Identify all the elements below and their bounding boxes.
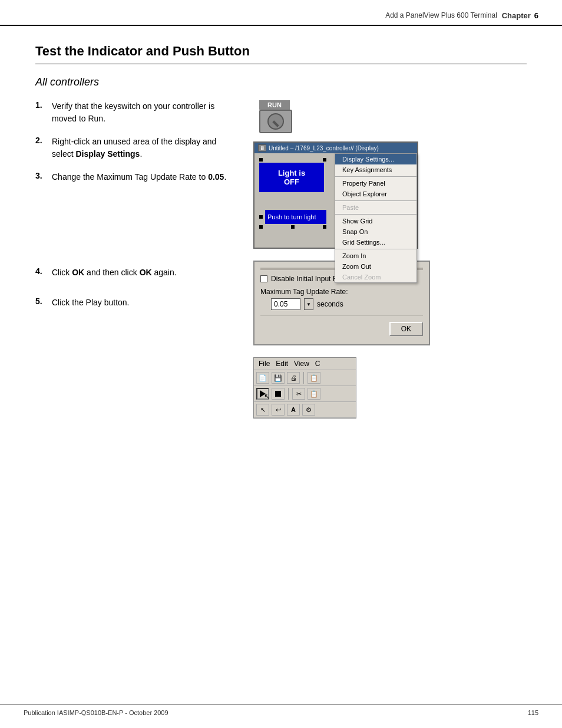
settings-field-row: ▼ seconds xyxy=(271,298,423,310)
tb-paste-btn2[interactable]: 📋 xyxy=(308,388,320,400)
tb-sep-2 xyxy=(288,388,289,400)
step-5-number: 5. xyxy=(35,297,47,309)
tb-sep-1 xyxy=(303,372,304,384)
display-window: 🖥 Untitled – /1769_L23_controller// (Dis… xyxy=(253,141,418,249)
tb-save-btn[interactable]: 💾 xyxy=(272,372,285,384)
step-5: 5. Click the Play button. xyxy=(35,297,236,309)
handle-br3 xyxy=(323,225,326,229)
toolbar-menubar: File Edit View C xyxy=(254,358,356,370)
dialog-separator xyxy=(260,315,423,316)
tb-copy-btn[interactable]: 📋 xyxy=(308,372,320,384)
mid-left: 4. Click OK and then click OK again. 5. … xyxy=(35,261,236,419)
tb-text-btn[interactable]: A xyxy=(287,404,300,416)
rate-input[interactable] xyxy=(271,298,300,310)
menu-item-snap-on[interactable]: Snap On xyxy=(335,226,416,237)
seconds-label: seconds xyxy=(317,300,343,308)
step-4-number: 4. xyxy=(35,266,47,279)
publication-info: Publication IASIMP-QS010B-EN-P - October… xyxy=(24,709,168,716)
toolbar-window: File Edit View C 📄 💾 🖨 📋 xyxy=(253,357,356,419)
run-icon-container: RUN xyxy=(259,100,527,133)
disable-focus-checkbox[interactable] xyxy=(260,275,267,282)
menu-item-zoom-out[interactable]: Zoom Out xyxy=(335,261,416,272)
light-label-2: OFF xyxy=(264,177,319,186)
toolbar-row-2: ↖ ✂ 📋 xyxy=(254,386,356,402)
display-titlebar: 🖥 Untitled – /1769_L23_controller// (Dis… xyxy=(254,143,417,153)
step-5-text: Click the Play button. xyxy=(52,297,130,309)
chapter-number: 6 xyxy=(534,11,538,20)
run-label: RUN xyxy=(259,100,292,133)
steps-left: 1. Verify that the keyswitch on your con… xyxy=(35,100,236,249)
sub-title: All controllers xyxy=(35,76,527,88)
menu-view[interactable]: View xyxy=(294,360,309,368)
dialog-btn-row: OK xyxy=(260,319,423,338)
mid-right: Disable Initial Input Focus Maximum Tag … xyxy=(253,261,527,419)
menu-item-property-panel[interactable]: Property Panel xyxy=(335,178,416,189)
context-menu: Display Settings... Key Assignments Prop… xyxy=(335,153,417,283)
page-footer: Publication IASIMP-QS010B-EN-P - October… xyxy=(0,704,562,716)
step-2: 2. Right-click an unused area of the dis… xyxy=(35,136,236,160)
toolbar-row-1: 📄 💾 🖨 📋 xyxy=(254,370,356,386)
step-3-number: 3. xyxy=(35,171,47,183)
step-4-text: Click OK and then click OK again. xyxy=(52,266,177,279)
step-1: 1. Verify that the keyswitch on your con… xyxy=(35,100,236,125)
ok-button[interactable]: OK xyxy=(389,322,423,336)
stop-button[interactable] xyxy=(272,388,285,400)
page-content: Test the Indicator and Push Button All c… xyxy=(0,26,562,436)
menu-file[interactable]: File xyxy=(259,360,270,368)
stop-icon xyxy=(275,391,281,397)
step-2-text: Right-click an unused area of the displa… xyxy=(52,136,236,160)
menu-sep-2 xyxy=(335,200,416,201)
menu-item-object-explorer[interactable]: Object Explorer xyxy=(335,189,416,199)
tb-cut-btn[interactable]: ✂ xyxy=(292,388,305,400)
step-2-number: 2. xyxy=(35,136,47,160)
chapter-label: Chapter xyxy=(502,11,531,20)
cursor-icon: ↖ xyxy=(264,392,270,401)
tb-link-btn[interactable]: ⚙ xyxy=(302,404,315,416)
menu-item-display-settings[interactable]: Display Settings... xyxy=(335,154,416,164)
step-4: 4. Click OK and then click OK again. xyxy=(35,266,236,279)
toolbar-row-3: ↖ ↩ A ⚙ xyxy=(254,402,356,418)
tb-undo-btn[interactable]: ↩ xyxy=(272,404,285,416)
menu-sep-4 xyxy=(335,249,416,249)
menu-item-zoom-in[interactable]: Zoom In xyxy=(335,251,416,261)
light-off-button: Light is OFF xyxy=(259,163,324,192)
menu-more[interactable]: C xyxy=(315,360,320,368)
display-left: Light is OFF Push to turn light xyxy=(254,153,331,248)
menu-item-cancel-zoom: Cancel Zoom xyxy=(335,272,416,282)
rate-label: Maximum Tag Update Rate: xyxy=(260,288,423,296)
display-body: Light is OFF Push to turn light xyxy=(254,153,417,248)
step-1-text: Verify that the keyswitch on your contro… xyxy=(52,100,236,125)
menu-item-paste: Paste xyxy=(335,202,416,213)
mid-section: 4. Click OK and then click OK again. 5. … xyxy=(35,261,527,419)
step-3-text: Change the Maximum Tag Update Rate to 0.… xyxy=(52,171,226,183)
menu-item-show-grid[interactable]: Show Grid xyxy=(335,216,416,226)
menu-item-key-assignments[interactable]: Key Assignments xyxy=(335,164,416,175)
handle-tc xyxy=(323,158,326,162)
breadcrumb: Add a PanelView Plus 600 Terminal xyxy=(385,11,497,19)
step-1-number: 1. xyxy=(35,100,47,125)
push-btn-label: Push to turn light xyxy=(267,213,316,220)
menu-edit[interactable]: Edit xyxy=(276,360,288,368)
page-number: 115 xyxy=(528,709,538,716)
handle-br2 xyxy=(291,225,295,229)
steps-right: RUN 🖥 Untitled – /1769_L23_controller// … xyxy=(253,100,527,249)
light-label-1: Light is xyxy=(264,169,319,177)
menu-item-grid-settings[interactable]: Grid Settings... xyxy=(335,237,416,248)
handle-bl xyxy=(259,215,263,219)
handle-tl xyxy=(259,158,263,162)
tb-print-btn[interactable]: 🖨 xyxy=(287,372,300,384)
step-3: 3. Change the Maximum Tag Update Rate to… xyxy=(35,171,236,183)
play-button[interactable]: ↖ xyxy=(256,388,269,400)
top-section: 1. Verify that the keyswitch on your con… xyxy=(35,100,527,249)
push-button: Push to turn light xyxy=(265,210,326,224)
titlebar-text: Untitled – /1769_L23_controller// (Displ… xyxy=(269,145,379,151)
rate-dropdown-btn[interactable]: ▼ xyxy=(304,298,313,310)
tb-new-btn[interactable]: 📄 xyxy=(256,372,269,384)
menu-sep-3 xyxy=(335,214,416,215)
menu-sep-1 xyxy=(335,176,416,177)
main-title: Test the Indicator and Push Button xyxy=(35,44,527,64)
page-header: Add a PanelView Plus 600 Terminal Chapte… xyxy=(0,0,562,26)
titlebar-icon: 🖥 xyxy=(258,144,266,151)
tb-arrow-btn[interactable]: ↖ xyxy=(256,404,269,416)
handle-br1 xyxy=(259,225,263,229)
